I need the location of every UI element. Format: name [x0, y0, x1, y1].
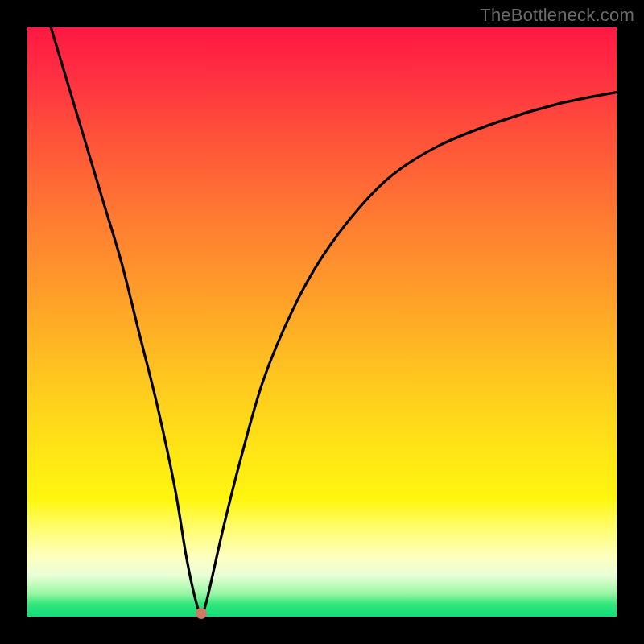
watermark-text: TheBottleneck.com	[480, 5, 634, 26]
bottleneck-curve	[27, 27, 617, 617]
chart-frame: TheBottleneck.com	[0, 0, 644, 644]
minimum-marker-icon	[196, 608, 207, 619]
plot-area	[27, 27, 617, 617]
